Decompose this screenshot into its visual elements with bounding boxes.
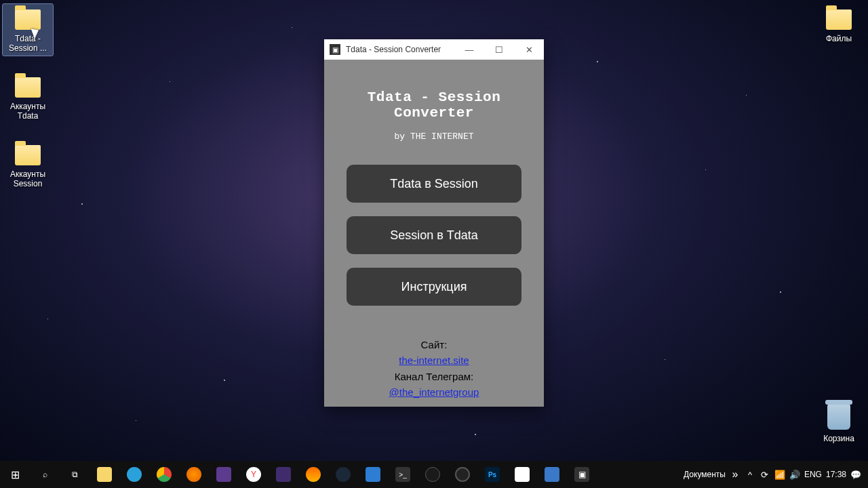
tray-volume-icon[interactable]: 🔊 bbox=[789, 469, 800, 480]
taskbar-app-4[interactable] bbox=[358, 461, 388, 488]
taskbar-app-obs[interactable] bbox=[448, 461, 477, 488]
tray-wifi-icon[interactable]: 📶 bbox=[774, 469, 785, 480]
photoshop-icon: Ps bbox=[485, 467, 500, 482]
instructions-button[interactable]: Инструкция bbox=[347, 268, 521, 306]
desktop-icon-accounts-session[interactable]: Аккаунты Session bbox=[3, 140, 53, 191]
tdata-to-session-button[interactable]: Tdata в Session bbox=[347, 165, 521, 203]
taskbar-app-6[interactable] bbox=[418, 461, 448, 488]
steam-icon bbox=[336, 467, 351, 482]
titlebar[interactable]: ▣ Tdata - Session Converter — ☐ ✕ bbox=[324, 39, 544, 60]
taskbar-app-5[interactable]: >_ bbox=[388, 461, 418, 488]
tray-chevron-up-icon[interactable]: ^ bbox=[745, 469, 755, 480]
desktop-icon-files[interactable]: Файлы bbox=[814, 4, 864, 46]
app-icon bbox=[306, 467, 321, 482]
taskbar-app-telegram[interactable] bbox=[119, 461, 149, 488]
start-button[interactable]: ⊞ bbox=[0, 461, 30, 488]
links-block: Сайт: the-internet.site Канал Телеграм: … bbox=[338, 337, 530, 400]
taskbar-app-1[interactable] bbox=[209, 461, 239, 488]
folder-icon bbox=[15, 77, 41, 98]
session-to-tdata-button[interactable]: Session в Tdata bbox=[347, 216, 521, 254]
obs-icon bbox=[455, 467, 470, 482]
taskbar-app-7[interactable] bbox=[537, 461, 567, 488]
folder-icon bbox=[15, 9, 41, 30]
desktop-icon-recycle-bin[interactable]: Корзина bbox=[814, 400, 864, 446]
tray-language[interactable]: ENG bbox=[804, 470, 822, 479]
tray-sync-icon[interactable]: ⟳ bbox=[760, 469, 770, 480]
taskbar-app-3[interactable] bbox=[298, 461, 328, 488]
taskbar-app-word[interactable] bbox=[507, 461, 537, 488]
taskbar-app-current[interactable]: ▣ bbox=[567, 461, 597, 488]
task-view-icon: ⧉ bbox=[67, 467, 82, 482]
taskbar-app-explorer[interactable] bbox=[90, 461, 119, 488]
taskbar-app-firefox[interactable] bbox=[179, 461, 209, 488]
search-icon: ⌕ bbox=[37, 467, 52, 482]
desktop-icon-label: Корзина bbox=[816, 434, 861, 443]
desktop-icon-accounts-tdata[interactable]: Аккаунты Tdata bbox=[3, 72, 53, 123]
site-link[interactable]: the-internet.site bbox=[399, 354, 469, 366]
terminal-icon: >_ bbox=[395, 467, 410, 482]
site-label: Сайт: bbox=[338, 337, 530, 352]
telegram-label: Канал Телеграм: bbox=[338, 369, 530, 384]
firefox-icon bbox=[186, 467, 201, 482]
desktop-icon-tdata-session[interactable]: Tdata - Session ... bbox=[3, 4, 53, 56]
app-subheading: by THE INTERNET bbox=[338, 131, 530, 142]
close-button[interactable]: ✕ bbox=[514, 39, 544, 60]
yandex-icon: Y bbox=[246, 467, 261, 482]
taskbar-app-yandex[interactable]: Y bbox=[239, 461, 269, 488]
app-icon bbox=[276, 467, 291, 482]
desktop-icon-label: Аккаунты Session bbox=[5, 169, 50, 188]
folder-icon bbox=[15, 145, 41, 165]
app-icon bbox=[216, 467, 231, 482]
app-icon: ▣ bbox=[574, 467, 589, 482]
taskbar-app-steam[interactable] bbox=[328, 461, 358, 488]
app-icon bbox=[545, 467, 559, 482]
app-icon bbox=[425, 467, 440, 482]
desktop-icon-label: Tdata - Session ... bbox=[5, 34, 50, 53]
folder-icon bbox=[826, 9, 852, 30]
desktop-icon-label: Файлы bbox=[816, 34, 861, 43]
system-tray: Документы » ^ ⟳ 📶 🔊 ENG 17:38 💬 bbox=[677, 461, 868, 488]
word-icon bbox=[515, 467, 530, 482]
explorer-icon bbox=[97, 467, 112, 482]
tray-clock[interactable]: 17:38 bbox=[826, 470, 846, 479]
window-title: Tdata - Session Converter bbox=[346, 45, 454, 54]
app-window: ▣ Tdata - Session Converter — ☐ ✕ Tdata … bbox=[324, 39, 544, 407]
search-button[interactable]: ⌕ bbox=[30, 461, 60, 488]
desktop-icon-label: Аккаунты Tdata bbox=[5, 102, 50, 121]
minimize-button[interactable]: — bbox=[454, 39, 484, 60]
app-heading: Tdata - Session Converter bbox=[338, 89, 530, 121]
app-icon bbox=[366, 467, 380, 482]
taskbar: ⊞ ⌕ ⧉ Y >_ Ps ▣ Документы » ^ ⟳ 📶 🔊 ENG … bbox=[0, 461, 868, 488]
tray-notifications-icon[interactable]: 💬 bbox=[850, 469, 861, 480]
telegram-link[interactable]: @the_internetgroup bbox=[389, 386, 479, 398]
recycle-bin-icon bbox=[827, 404, 850, 430]
taskbar-app-2[interactable] bbox=[269, 461, 298, 488]
telegram-icon bbox=[127, 467, 142, 482]
taskbar-app-photoshop[interactable]: Ps bbox=[477, 461, 507, 488]
tray-label[interactable]: Документы bbox=[684, 470, 726, 479]
maximize-button[interactable]: ☐ bbox=[484, 39, 514, 60]
app-icon: ▣ bbox=[330, 44, 340, 55]
taskbar-app-chrome[interactable] bbox=[149, 461, 179, 488]
chrome-icon bbox=[157, 467, 172, 482]
task-view-button[interactable]: ⧉ bbox=[60, 461, 90, 488]
windows-icon: ⊞ bbox=[7, 467, 22, 482]
tray-chevron-icon[interactable]: » bbox=[730, 469, 741, 480]
